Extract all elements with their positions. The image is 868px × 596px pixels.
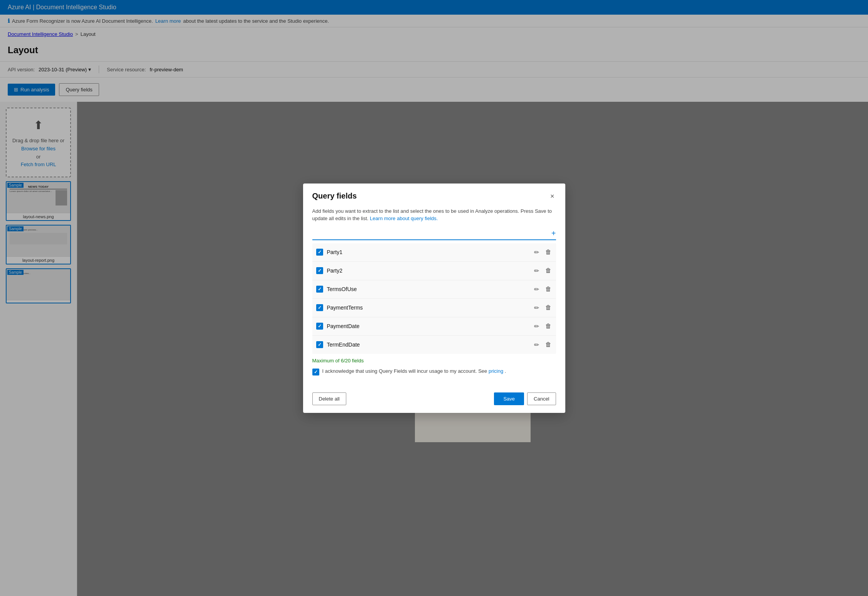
field-edit-party1[interactable]: ✏ [533,248,540,257]
field-item-termenddate: ✓ TermEndDate ✏ 🗑 [312,336,556,354]
field-name-termsofuse: TermsOfUse [327,286,529,292]
checkmark-icon: ✓ [318,249,322,255]
field-actions-paymentdate: ✏ 🗑 [533,322,552,331]
field-actions-paymentterms: ✏ 🗑 [533,303,552,312]
field-name-party1: Party1 [327,249,529,255]
ack-checkbox[interactable]: ✓ [312,369,319,375]
field-edit-paymentdate[interactable]: ✏ [533,322,540,331]
field-actions-termenddate: ✏ 🗑 [533,340,552,349]
field-actions-termsofuse: ✏ 🗑 [533,285,552,294]
field-actions-party1: ✏ 🗑 [533,248,552,257]
add-field-button[interactable]: + [551,229,556,237]
field-delete-termenddate[interactable]: 🗑 [544,340,552,349]
query-fields-modal: Query fields × Add fields you want to ex… [303,184,565,413]
add-field-input[interactable] [312,229,551,238]
add-field-row: + [312,229,556,240]
field-checkbox-paymentdate[interactable]: ✓ [316,323,323,330]
field-edit-party2[interactable]: ✏ [533,266,540,275]
field-item-paymentterms: ✓ PaymentTerms ✏ 🗑 [312,299,556,317]
field-name-paymentterms: PaymentTerms [327,305,529,311]
field-checkbox-termsofuse[interactable]: ✓ [316,286,323,293]
field-name-paymentdate: PaymentDate [327,323,529,329]
field-item-party2: ✓ Party2 ✏ 🗑 [312,262,556,280]
ack-row: ✓ I acknowledge that using Query Fields … [312,368,556,375]
field-item-termsofuse: ✓ TermsOfUse ✏ 🗑 [312,280,556,299]
field-checkbox-party2[interactable]: ✓ [316,267,323,274]
field-checkbox-paymentterms[interactable]: ✓ [316,304,323,311]
pricing-link[interactable]: pricing [489,368,503,374]
modal-close-button[interactable]: × [549,191,556,201]
checkmark-icon: ✓ [318,323,322,329]
fields-list: ✓ Party1 ✏ 🗑 ✓ Party2 ✏ 🗑 [312,243,556,354]
field-name-termenddate: TermEndDate [327,342,529,348]
field-delete-paymentdate[interactable]: 🗑 [544,322,552,330]
delete-all-button[interactable]: Delete all [312,392,346,405]
ack-checkmark-icon: ✓ [314,369,318,375]
modal-body: Add fields you want to extract to the li… [303,207,565,388]
field-edit-termsofuse[interactable]: ✏ [533,285,540,294]
learn-more-query-fields-link[interactable]: Learn more about query fields. [370,216,438,221]
field-delete-party1[interactable]: 🗑 [544,248,552,256]
checkmark-icon: ✓ [318,342,322,347]
field-delete-party2[interactable]: 🗑 [544,266,552,275]
save-button[interactable]: Save [494,392,524,405]
field-item-party1: ✓ Party1 ✏ 🗑 [312,243,556,262]
field-item-paymentdate: ✓ PaymentDate ✏ 🗑 [312,317,556,336]
modal-overlay: Query fields × Add fields you want to ex… [0,0,868,596]
field-edit-paymentterms[interactable]: ✏ [533,303,540,312]
checkmark-icon: ✓ [318,286,322,292]
modal-footer: Delete all Save Cancel [303,388,565,413]
footer-right: Save Cancel [494,392,556,405]
modal-description: Add fields you want to extract to the li… [312,207,556,222]
field-checkbox-termenddate[interactable]: ✓ [316,341,323,348]
field-actions-party2: ✏ 🗑 [533,266,552,275]
fields-status: Maximum of 6/20 fields [312,358,556,364]
checkmark-icon: ✓ [318,268,322,273]
modal-header: Query fields × [303,184,565,207]
field-edit-termenddate[interactable]: ✏ [533,340,540,349]
field-delete-paymentterms[interactable]: 🗑 [544,303,552,312]
cancel-button[interactable]: Cancel [527,392,556,405]
field-checkbox-party1[interactable]: ✓ [316,249,323,256]
field-name-party2: Party2 [327,268,529,274]
ack-text: I acknowledge that using Query Fields wi… [322,368,506,374]
modal-title: Query fields [312,192,357,200]
checkmark-icon: ✓ [318,305,322,310]
field-delete-termsofuse[interactable]: 🗑 [544,285,552,293]
